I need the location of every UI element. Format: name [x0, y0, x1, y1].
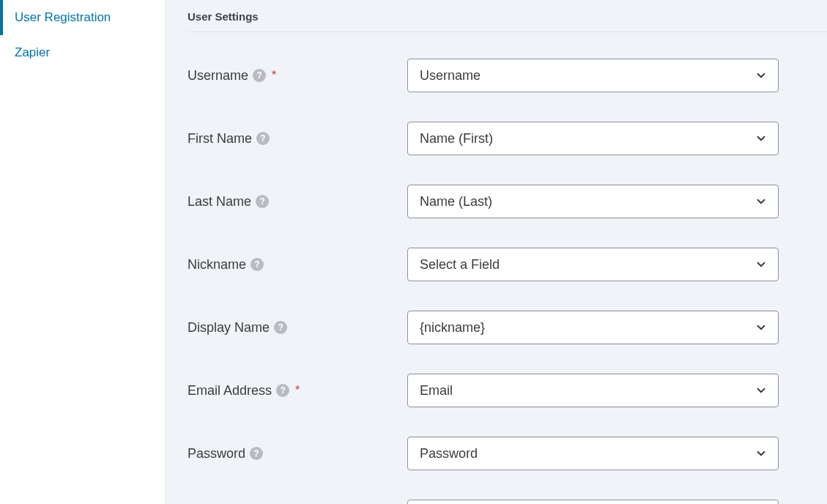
label-text: Password	[188, 446, 245, 462]
chevron-down-icon	[754, 132, 768, 145]
chevron-down-icon	[754, 447, 768, 460]
select-email[interactable]: Email	[407, 374, 779, 407]
label-display-name: Display Name ?	[188, 320, 407, 336]
chevron-down-icon	[754, 69, 768, 82]
sidebar-item-label: User Registration	[15, 10, 111, 24]
help-icon[interactable]: ?	[250, 447, 263, 460]
form: Username ? * Username First Name ?	[188, 59, 827, 504]
label-email: Email Address ? *	[188, 383, 407, 399]
select-username[interactable]: Username	[407, 59, 779, 92]
section-title: User Settings	[188, 3, 827, 32]
select-role[interactable]: Select a Role	[407, 500, 779, 504]
label-nickname: Nickname ?	[188, 257, 407, 273]
chevron-down-icon	[754, 195, 768, 208]
sidebar: User Registration Zapier	[0, 0, 166, 504]
chevron-down-icon	[754, 258, 768, 271]
sidebar-item-label: Zapier	[15, 45, 50, 59]
select-value: Password	[420, 446, 478, 462]
label-first-name: First Name ?	[188, 131, 407, 147]
help-icon[interactable]: ?	[274, 321, 287, 334]
required-marker: *	[272, 69, 276, 82]
help-icon[interactable]: ?	[276, 384, 289, 397]
select-value: {nickname}	[420, 320, 485, 336]
help-icon[interactable]: ?	[256, 132, 270, 145]
label-text: First Name	[188, 131, 252, 147]
select-first-name[interactable]: Name (First)	[407, 122, 779, 155]
row-role: Role ? * Select a Role	[188, 500, 779, 504]
label-username: Username ? *	[188, 68, 407, 84]
row-email: Email Address ? * Email	[188, 374, 779, 407]
row-display-name: Display Name ? {nickname}	[188, 311, 779, 344]
label-password: Password ?	[188, 446, 407, 462]
chevron-down-icon	[754, 321, 768, 334]
help-icon[interactable]: ?	[251, 258, 264, 271]
label-last-name: Last Name ?	[188, 194, 407, 210]
select-nickname[interactable]: Select a Field	[407, 248, 779, 281]
select-value: Name (Last)	[420, 194, 492, 210]
row-username: Username ? * Username	[188, 59, 779, 92]
row-password: Password ? Password	[188, 437, 779, 470]
help-icon[interactable]: ?	[256, 195, 269, 208]
main-content: User Settings Username ? * Username	[166, 0, 827, 504]
row-first-name: First Name ? Name (First)	[188, 122, 779, 155]
select-value: Username	[420, 68, 481, 84]
required-marker: *	[295, 384, 300, 397]
row-last-name: Last Name ? Name (Last)	[188, 185, 779, 218]
select-password[interactable]: Password	[407, 437, 779, 470]
label-text: Display Name	[188, 320, 270, 336]
label-text: Last Name	[188, 194, 251, 210]
label-text: Nickname	[188, 257, 246, 273]
chevron-down-icon	[754, 384, 768, 397]
sidebar-item-user-registration[interactable]: User Registration	[0, 0, 165, 35]
help-icon[interactable]: ?	[253, 69, 266, 82]
sidebar-item-zapier[interactable]: Zapier	[0, 35, 165, 70]
select-last-name[interactable]: Name (Last)	[407, 185, 779, 218]
select-value: Email	[420, 383, 453, 399]
row-nickname: Nickname ? Select a Field	[188, 248, 779, 281]
select-value: Name (First)	[420, 131, 493, 147]
select-value: Select a Field	[420, 257, 500, 273]
select-display-name[interactable]: {nickname}	[407, 311, 779, 344]
label-text: Username	[188, 68, 248, 84]
label-text: Email Address	[188, 383, 272, 399]
